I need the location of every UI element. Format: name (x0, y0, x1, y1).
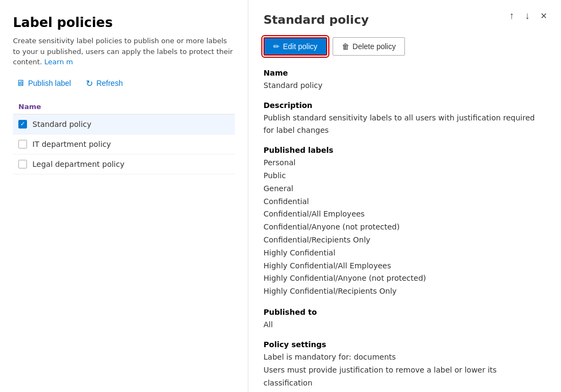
policy-row-name: Legal department policy (32, 160, 124, 168)
left-panel: Label policies Create sensitivity label … (0, 0, 248, 392)
description-section: Description Publish standard sensitivity… (263, 101, 546, 136)
policy-row-name: Standard policy (32, 120, 91, 129)
edit-policy-button[interactable]: ✏ Edit policy (263, 37, 327, 56)
published-label-item: Confidential (263, 195, 546, 208)
published-label-item: General (263, 183, 546, 195)
policy-setting-item: Label is mandatory for: documents (263, 351, 546, 364)
policy-settings-list: Label is mandatory for: documentsUsers m… (263, 351, 546, 392)
published-labels-label: Published labels (263, 146, 546, 154)
policy-settings-label: Policy settings (263, 340, 546, 349)
published-labels-section: Published labels PersonalPublicGeneralCo… (263, 146, 546, 298)
learn-more-link[interactable]: Learn m (44, 58, 73, 66)
edit-icon: ✏ (273, 42, 280, 51)
published-label-item: Highly Confidential/Anyone (not protecte… (263, 272, 546, 285)
published-label-item: Personal (263, 157, 546, 170)
published-label-item: Highly Confidential/Recipients Only (263, 285, 546, 298)
policy-settings-section: Policy settings Label is mandatory for: … (263, 340, 546, 392)
toolbar: 🖥 Publish label ↻ Refresh (13, 76, 235, 91)
refresh-button[interactable]: ↻ Refresh (83, 76, 126, 91)
navigate-up-button[interactable]: ↑ (506, 9, 517, 23)
published-to-section: Published to All (263, 308, 546, 330)
policy-list-item[interactable]: IT department policy (13, 134, 235, 154)
policy-name-title: Standard policy (263, 13, 546, 26)
policy-setting-item: Users must provide justification to remo… (263, 364, 546, 390)
column-header-name: Name (13, 99, 235, 114)
published-label-item: Confidential/Recipients Only (263, 234, 546, 247)
published-label-item: Confidential/Anyone (not protected) (263, 221, 546, 234)
publish-label-button[interactable]: 🖥 Publish label (13, 76, 74, 90)
close-panel-button[interactable]: × (537, 9, 550, 23)
policy-list-item[interactable]: ✓Standard policy (13, 114, 235, 134)
policy-row-name: IT department policy (32, 140, 111, 148)
page-description: Create sensitivity label policies to pub… (13, 36, 235, 67)
published-to-value: All (263, 319, 546, 330)
published-labels-list: PersonalPublicGeneralConfidentialConfide… (263, 157, 546, 298)
published-to-label: Published to (263, 308, 546, 316)
row-checkbox[interactable] (18, 140, 27, 148)
published-label-item: Confidential/All Employees (263, 208, 546, 221)
navigate-down-button[interactable]: ↓ (522, 9, 533, 23)
description-value: Publish standard sensitivity labels to a… (263, 112, 546, 136)
published-label-item: Highly Confidential (263, 247, 546, 260)
page-title: Label policies (13, 15, 235, 30)
trash-icon: 🗑 (342, 42, 349, 51)
published-label-item: Public (263, 170, 546, 183)
name-value: Standard policy (263, 79, 546, 91)
description-label: Description (263, 101, 546, 110)
action-buttons: ✏ Edit policy 🗑 Delete policy (263, 37, 546, 56)
name-label: Name (263, 69, 546, 77)
row-checkbox[interactable]: ✓ (18, 120, 27, 129)
delete-policy-button[interactable]: 🗑 Delete policy (333, 37, 405, 56)
monitor-icon: 🖥 (16, 78, 25, 88)
row-checkbox[interactable] (18, 160, 27, 168)
policy-list: ✓Standard policyIT department policyLega… (13, 114, 235, 174)
right-panel: ↑ ↓ × Standard policy ✏ Edit policy 🗑 De… (248, 0, 561, 392)
panel-navigation: ↑ ↓ × (506, 9, 550, 23)
refresh-icon: ↻ (86, 78, 93, 89)
published-label-item: Highly Confidential/All Employees (263, 260, 546, 273)
policy-setting-item: Use custom URL to provide more informati… (263, 390, 546, 392)
policy-list-item[interactable]: Legal department policy (13, 154, 235, 174)
name-section: Name Standard policy (263, 69, 546, 91)
